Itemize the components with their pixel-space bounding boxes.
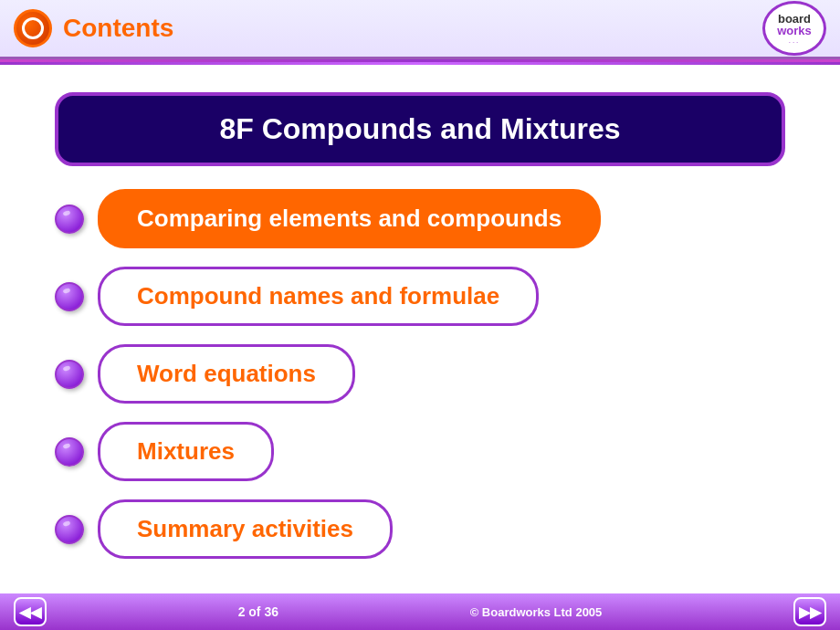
logo-dots: ... — [789, 37, 801, 45]
btn-comparing[interactable]: Comparing elements and compounds — [98, 189, 601, 248]
bottom-bar: ◀◀ 2 of 36 © Boardworks Ltd 2005 ▶▶ — [0, 593, 840, 630]
title-box-text: 8F Compounds and Mixtures — [219, 112, 620, 145]
bullet-4 — [55, 437, 84, 467]
main-content: 8F Compounds and Mixtures Comparing elem… — [0, 65, 840, 586]
bullet-1 — [55, 205, 84, 234]
next-icon: ▶▶ — [799, 604, 821, 621]
bullet-2 — [55, 282, 84, 311]
btn-mixtures[interactable]: Mixtures — [98, 422, 274, 481]
header: Contents board works ... — [0, 0, 840, 59]
header-title: Contents — [63, 14, 173, 43]
header-icon — [14, 9, 52, 47]
logo: board works ... — [762, 1, 826, 56]
btn-word-equations[interactable]: Word equations — [98, 344, 355, 404]
title-box: 8F Compounds and Mixtures — [55, 92, 785, 166]
btn-compound-names[interactable]: Compound names and formulae — [98, 267, 539, 326]
copyright-text: © Boardworks Ltd 2005 — [470, 605, 603, 619]
menu-item-1[interactable]: Comparing elements and compounds — [55, 189, 785, 248]
prev-icon: ◀◀ — [19, 604, 41, 621]
btn-comparing-label: Comparing elements and compounds — [137, 205, 562, 232]
menu-item-2[interactable]: Compound names and formulae — [55, 267, 785, 326]
btn-summary-label: Summary activities — [137, 515, 353, 542]
bullet-3 — [55, 360, 84, 389]
menu-item-5[interactable]: Summary activities — [55, 499, 785, 559]
btn-mixtures-label: Mixtures — [137, 437, 235, 465]
menu-item-4[interactable]: Mixtures — [55, 422, 785, 481]
header-left: Contents — [14, 9, 173, 47]
bullet-5 — [55, 515, 84, 544]
prev-button[interactable]: ◀◀ — [14, 597, 47, 626]
btn-compound-names-label: Compound names and formulae — [137, 282, 499, 310]
logo-bottom-text: works — [777, 25, 812, 37]
btn-summary[interactable]: Summary activities — [98, 499, 393, 559]
next-button[interactable]: ▶▶ — [793, 597, 826, 626]
logo-top-text: board — [778, 13, 811, 25]
page-number: 2 of 36 — [238, 604, 278, 619]
menu-item-3[interactable]: Word equations — [55, 344, 785, 404]
btn-word-equations-label: Word equations — [137, 360, 316, 387]
